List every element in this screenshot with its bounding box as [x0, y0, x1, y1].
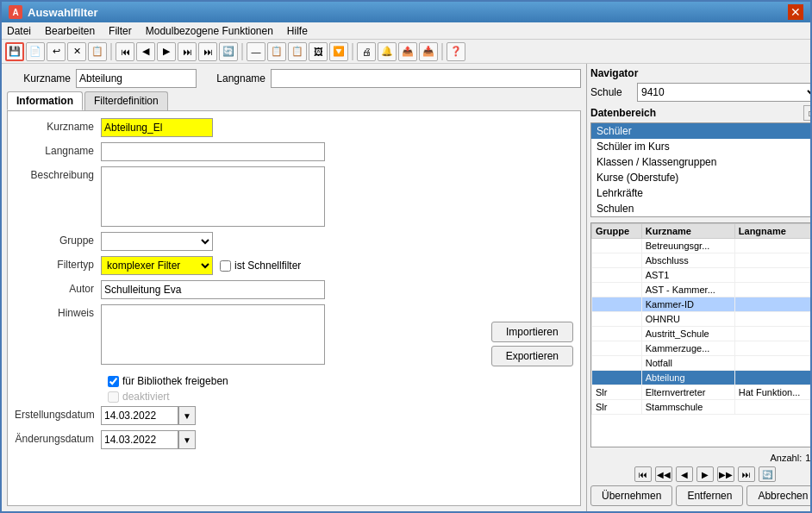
table-prev-prev-button[interactable]: ◀◀: [655, 466, 672, 482]
form-aenderungsdatum-input[interactable]: [101, 430, 178, 449]
table-row[interactable]: Betreuungsgr...: [592, 239, 811, 253]
toolbar-minus-button[interactable]: —: [247, 42, 265, 61]
tab-filterdefinition[interactable]: Filterdefinition: [84, 91, 168, 110]
toolbar-clip1-button[interactable]: 📋: [267, 42, 286, 61]
table-row[interactable]: SlrStammschule: [592, 400, 811, 415]
datenbereich-item-kurse[interactable]: Kurse (Oberstufe): [591, 170, 810, 185]
schule-select[interactable]: 9410: [637, 83, 810, 102]
menu-bearbeiten[interactable]: Bearbeiten: [43, 25, 97, 37]
toolbar-refresh-button[interactable]: 🔄: [219, 42, 238, 61]
datenbereich-item-schueler[interactable]: Schüler: [591, 123, 810, 139]
ist-schnellfilter-label[interactable]: ist Schnellfilter: [220, 260, 301, 272]
datenbereich-header: Datenbereich □: [590, 105, 810, 121]
deaktiviert-row: deaktiviert: [108, 391, 573, 403]
form-erstellungsdatum-input[interactable]: [101, 406, 178, 425]
menu-filter[interactable]: Filter: [107, 25, 134, 37]
table-next-next-button[interactable]: ▶▶: [717, 466, 734, 482]
table-cell-gruppe: [592, 239, 642, 253]
table-row[interactable]: AST - Kammer...: [592, 283, 811, 297]
information-form: Kurzname Langname Beschreibung: [15, 118, 573, 454]
toolbar-next-button[interactable]: ▶: [157, 42, 176, 61]
col-gruppe[interactable]: Gruppe: [592, 224, 642, 239]
toolbar-undo-button[interactable]: ↩: [47, 42, 66, 61]
abbrechen-button[interactable]: Abbrechen: [746, 485, 810, 506]
table-cell-gruppe: [592, 297, 642, 312]
form-filtertyp-select[interactable]: komplexer Filter: [101, 256, 213, 275]
toolbar-end-button[interactable]: ⏭: [198, 42, 217, 61]
toolbar-download-button[interactable]: 📥: [419, 42, 438, 61]
ist-schnellfilter-checkbox[interactable]: [220, 260, 231, 272]
uebernehmen-button[interactable]: Übernehmen: [590, 485, 672, 506]
fuer-bibliothek-checkbox[interactable]: [108, 376, 119, 387]
toolbar-last-button[interactable]: ⏭: [178, 42, 197, 61]
table-row[interactable]: OHNRU: [592, 312, 811, 327]
toolbar-save-button[interactable]: 💾: [5, 42, 24, 61]
form-autor-input[interactable]: [101, 280, 325, 299]
ist-schnellfilter-text: ist Schnellfilter: [234, 260, 301, 272]
table-refresh-button[interactable]: 🔄: [759, 466, 776, 482]
toolbar-notify-button[interactable]: 🔔: [378, 42, 397, 61]
toolbar-new-button[interactable]: 📄: [26, 42, 45, 61]
table-row[interactable]: Notfall: [592, 356, 811, 371]
entfernen-button[interactable]: Entfernen: [676, 485, 743, 506]
fuer-bibliothek-label[interactable]: für Bibliothek freigeben: [108, 375, 228, 387]
datenbereich-item-schulen[interactable]: Schulen: [591, 201, 810, 216]
datenbereich-expand-button[interactable]: □: [803, 105, 810, 121]
toolbar-delete-button[interactable]: ✕: [67, 42, 86, 61]
datenbereich-item-klassen[interactable]: Klassen / Klassengruppen: [591, 154, 810, 170]
table-first-button[interactable]: ⏮: [634, 466, 652, 482]
toolbar-prev-button[interactable]: ◀: [136, 42, 155, 61]
table-prev-button[interactable]: ◀: [676, 466, 693, 482]
toolbar-help-button[interactable]: ❓: [447, 42, 465, 61]
table-cell-langname: [734, 268, 810, 283]
toolbar-copy-button[interactable]: 📋: [88, 42, 107, 61]
toolbar-first-button[interactable]: ⏮: [116, 42, 134, 61]
toolbar-clip2-button[interactable]: 📋: [288, 42, 307, 61]
table-cell-kurzname: Abschluss: [641, 253, 734, 268]
table-row[interactable]: Kammer-ID: [592, 297, 811, 312]
table-row[interactable]: Kammerzuge...: [592, 341, 811, 356]
menu-modulbezogene[interactable]: Modulbezogene Funktionen: [144, 25, 275, 37]
aenderungsdatum-picker-button[interactable]: ▼: [178, 430, 196, 449]
deaktiviert-label[interactable]: deaktiviert: [108, 391, 170, 403]
form-langname-input[interactable]: [101, 142, 325, 161]
table-row[interactable]: AST1: [592, 268, 811, 283]
form-filtertyp-label: Filtertyp: [15, 256, 101, 271]
tab-information[interactable]: Information: [7, 91, 83, 110]
datenbereich-item-schueler-im-kurs[interactable]: Schüler im Kurs: [591, 139, 810, 154]
table-row[interactable]: Abschluss: [592, 253, 811, 268]
form-kurzname-input[interactable]: [101, 118, 213, 137]
header-fields: Kurzname Langname: [7, 69, 581, 88]
erstellungsdatum-picker-button[interactable]: ▼: [178, 406, 196, 425]
toolbar-separator-2: [241, 43, 243, 60]
table-cell-kurzname: Notfall: [641, 356, 734, 371]
col-langname[interactable]: Langname: [734, 224, 810, 239]
toolbar-print-button[interactable]: 🖨: [357, 42, 376, 61]
exportieren-button[interactable]: Exportieren: [491, 346, 573, 366]
form-beschreibung-textarea[interactable]: [101, 166, 325, 227]
langname-header-input[interactable]: [271, 69, 581, 88]
form-gruppe-select[interactable]: [101, 232, 213, 251]
importieren-button[interactable]: Importieren: [491, 322, 573, 342]
toolbar-filter-button[interactable]: 🔽: [329, 42, 348, 61]
col-kurzname[interactable]: Kurzname: [641, 224, 734, 239]
datenbereich-item-lehrkraefte[interactable]: Lehrkräfte: [591, 185, 810, 201]
kurzname-header-input[interactable]: [76, 69, 197, 88]
table-row[interactable]: SlrElternvertreterHat Funktion...: [592, 385, 811, 400]
table-row[interactable]: Austritt_Schule: [592, 327, 811, 341]
table-next-button[interactable]: ▶: [696, 466, 714, 482]
form-hinweis-label: Hinweis: [15, 304, 101, 319]
close-button[interactable]: ✕: [788, 4, 803, 20]
table-last-button[interactable]: ⏭: [738, 466, 755, 482]
form-kurzname-label: Kurzname: [15, 118, 101, 133]
form-hinweis-textarea[interactable]: [101, 304, 325, 365]
menu-datei[interactable]: Datei: [5, 25, 33, 37]
toolbar-image-button[interactable]: 🖼: [309, 42, 328, 61]
left-panel: Kurzname Langname Information Filterdefi…: [2, 64, 587, 511]
table-cell-langname: [734, 312, 810, 327]
toolbar-upload-button[interactable]: 📤: [398, 42, 417, 61]
table-row[interactable]: Abteilung: [592, 371, 811, 385]
menu-hilfe[interactable]: Hilfe: [285, 25, 309, 37]
table-nav: ⏮ ◀◀ ◀ ▶ ▶▶ ⏭ 🔄: [590, 465, 810, 484]
fuer-bibliothek-text: für Bibliothek freigeben: [122, 375, 228, 387]
